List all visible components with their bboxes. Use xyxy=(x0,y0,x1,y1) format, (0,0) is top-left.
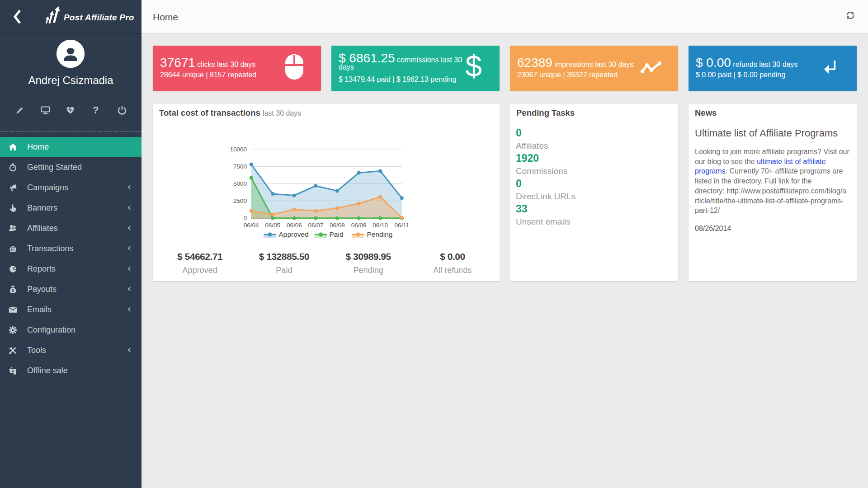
svg-text:Approved: Approved xyxy=(279,230,309,238)
svg-text:06/11: 06/11 xyxy=(394,222,409,229)
svg-text:06/08: 06/08 xyxy=(330,222,345,229)
svg-text:06/04: 06/04 xyxy=(244,222,259,229)
svg-text:06/06: 06/06 xyxy=(287,222,302,229)
svg-text:Paid: Paid xyxy=(330,230,344,238)
svg-text:2500: 2500 xyxy=(233,197,247,204)
svg-text:06/05: 06/05 xyxy=(265,222,280,229)
svg-text:0: 0 xyxy=(243,215,247,221)
svg-text:10000: 10000 xyxy=(230,146,247,153)
svg-text:06/07: 06/07 xyxy=(308,222,324,229)
svg-text:5000: 5000 xyxy=(233,180,247,187)
svg-text:7500: 7500 xyxy=(233,163,247,170)
svg-text:06/10: 06/10 xyxy=(373,222,388,229)
svg-text:Pending: Pending xyxy=(367,230,393,238)
svg-text:06/09: 06/09 xyxy=(351,222,367,229)
svg-text:$: $ xyxy=(12,288,14,293)
